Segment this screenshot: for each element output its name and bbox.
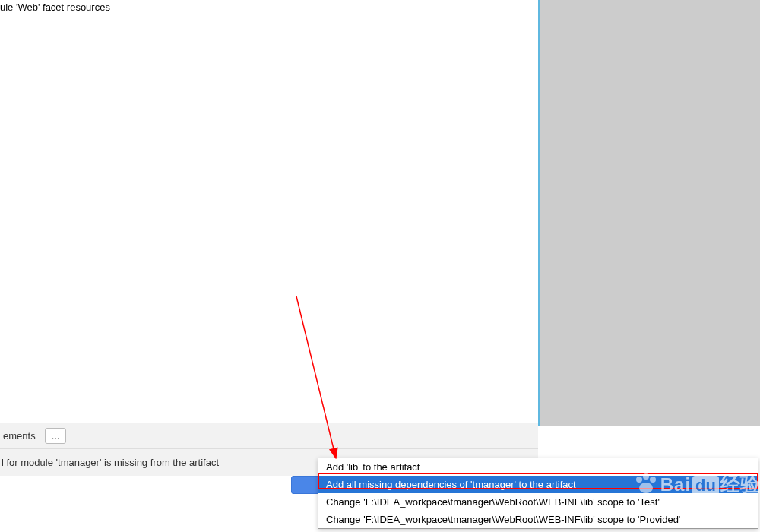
menu-item-scope-provided[interactable]: Change 'F:\IDEA_workpace\tmanager\WebRoo… <box>318 511 758 528</box>
menu-item-add-lib[interactable]: Add 'lib' to the artifact <box>318 458 758 476</box>
partial-header-text: ule 'Web' facet resources <box>0 2 110 13</box>
right-side-panel <box>538 0 760 426</box>
fix-button[interactable] <box>291 476 321 494</box>
warning-text: l for module 'tmanager' is missing from … <box>2 457 219 468</box>
elements-label: ements <box>3 430 36 442</box>
menu-item-scope-test[interactable]: Change 'F:\IDEA_workpace\tmanager\WebRoo… <box>318 493 758 511</box>
more-button[interactable]: ... <box>45 428 67 444</box>
context-menu: Add 'lib' to the artifact Add all missin… <box>318 458 758 529</box>
menu-item-add-missing-deps[interactable]: Add all missing dependencies of 'tmanage… <box>318 476 758 493</box>
elements-row: ements ... <box>0 423 538 448</box>
